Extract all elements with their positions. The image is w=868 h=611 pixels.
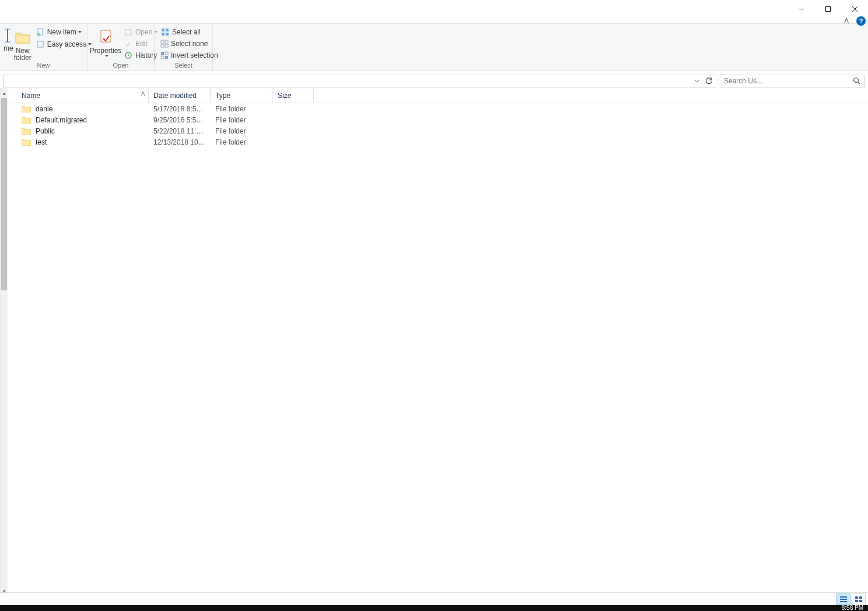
svg-rect-13 [162,29,164,31]
column-type-label: Type [215,92,230,100]
column-header-size[interactable]: Size [273,88,314,103]
navigation-pane: ▴ ▾ [0,88,8,596]
cell-type: File folder [211,105,273,113]
new-item-button[interactable]: New item [33,26,94,38]
file-name: Public [36,127,55,135]
search-icon [853,77,861,85]
scroll-thumb[interactable] [1,98,7,290]
table-row[interactable]: danie5/17/2018 8:57 PMFile folder [17,103,868,114]
new-folder-button[interactable]: New folder [13,26,32,61]
cell-type: File folder [211,127,273,135]
large-icons-view-button[interactable] [852,594,866,605]
cell-name: Default.migrated [17,116,149,124]
details-view-button[interactable] [836,594,850,605]
svg-rect-19 [161,44,164,47]
refresh-button[interactable] [703,75,715,87]
svg-point-8 [37,33,40,36]
svg-rect-22 [165,52,168,55]
column-header-date[interactable]: Date modified [149,88,211,103]
cell-date: 5/17/2018 8:57 PM [149,105,211,113]
rename-label-stub: me [4,45,13,52]
easy-access-button[interactable]: Easy access [33,38,94,50]
svg-rect-17 [161,40,164,43]
svg-rect-32 [855,600,858,602]
properties-label: Properties [90,47,122,54]
open-label: Open [135,28,152,36]
properties-icon [96,27,115,46]
svg-point-25 [854,78,859,83]
column-header-name[interactable]: Name ᐱ [17,88,149,103]
open-icon [124,27,133,37]
cell-date: 9/25/2016 5:51 PM [149,116,211,124]
dropdown-icon [105,55,108,57]
select-all-icon [160,27,170,37]
svg-rect-33 [859,600,862,602]
ribbon-group-caption: Select [155,62,212,69]
table-row[interactable]: test12/13/2018 10:15 ...File folder [17,136,868,148]
select-none-icon [160,39,169,48]
rename-button-partial[interactable]: me [4,26,13,61]
invert-selection-button[interactable]: Invert selection [158,50,209,61]
folder-icon [22,105,36,113]
address-bar[interactable] [4,75,716,87]
ribbon: ᐱ ? me New folder New item [0,23,868,71]
file-name: test [36,138,47,146]
dropdown-icon [78,31,82,33]
table-row[interactable]: Default.migrated9/25/2016 5:51 PMFile fo… [17,114,868,125]
folder-icon [22,116,36,124]
search-box[interactable] [719,75,864,87]
file-name: danie [36,105,52,113]
select-none-button[interactable]: Select none [158,38,209,49]
svg-rect-28 [840,599,847,600]
svg-rect-21 [161,52,164,55]
svg-rect-23 [161,56,164,59]
maximize-button[interactable] [814,0,841,17]
taskbar[interactable]: 8:58 PM [0,605,868,611]
ribbon-group-caption: New [0,62,87,69]
file-list-pane: Name ᐱ Date modified Type Size danie5/17… [8,88,868,596]
cell-date: 12/13/2018 10:15 ... [149,138,211,146]
svg-rect-27 [840,596,847,598]
svg-rect-24 [165,56,168,59]
new-folder-label: New folder [14,47,32,61]
column-header-type[interactable]: Type [211,88,273,103]
cell-type: File folder [211,116,273,124]
folder-icon [22,138,36,146]
edit-label: Edit [135,40,148,48]
svg-rect-18 [165,40,168,43]
column-name-label: Name [22,92,40,100]
rename-icon [4,27,13,44]
minimize-button[interactable] [788,0,814,17]
new-item-icon [36,27,45,37]
svg-rect-31 [859,596,862,599]
select-all-button[interactable]: Select all [158,26,209,37]
column-headers: Name ᐱ Date modified Type Size [8,88,868,103]
svg-rect-9 [37,41,43,47]
close-button[interactable] [841,0,868,17]
select-all-label: Select all [172,28,201,36]
invert-selection-label: Invert selection [171,51,218,59]
table-row[interactable]: Public5/22/2018 11:34 AMFile folder [17,125,868,136]
cell-name: test [17,138,149,146]
status-bar [0,592,868,605]
nav-scrollbar[interactable]: ▴ ▾ [0,88,8,596]
taskbar-clock[interactable]: 8:58 PM [842,605,863,611]
address-history-dropdown[interactable] [691,75,702,87]
cell-name: Public [17,127,149,135]
folder-icon [22,127,36,135]
help-button[interactable]: ? [856,16,866,26]
edit-icon [124,39,133,48]
collapse-ribbon-button[interactable]: ᐱ [841,16,852,26]
svg-rect-16 [166,33,169,36]
cell-name: danie [17,105,149,113]
column-date-label: Date modified [153,92,197,100]
properties-button[interactable]: Properties [91,26,120,61]
select-none-label: Select none [171,40,208,48]
svg-rect-15 [162,33,164,36]
history-label: History [135,51,157,59]
easy-access-label: Easy access [47,40,86,48]
search-input[interactable] [723,76,860,86]
svg-line-26 [858,82,860,85]
svg-rect-4 [7,29,8,42]
ribbon-group-caption: Open [88,62,154,69]
